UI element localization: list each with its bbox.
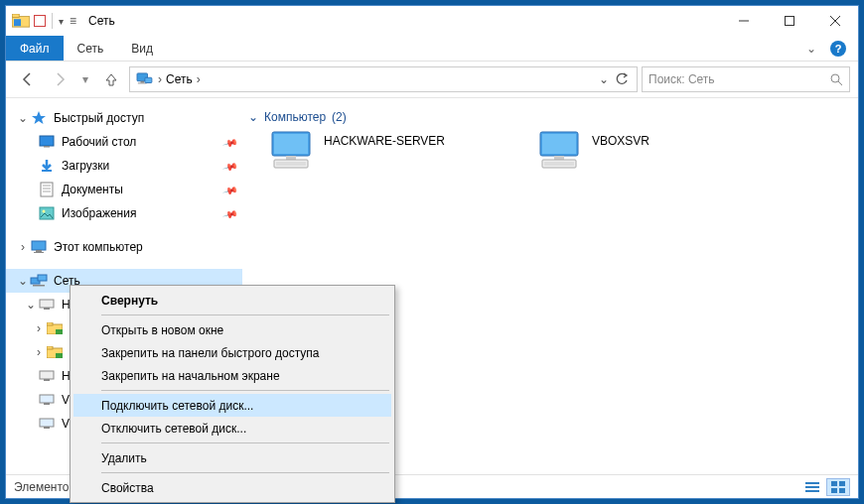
window-controls [721,6,858,36]
tree-this-pc[interactable]: Этот компьютер [6,235,242,259]
tree-documents[interactable]: Документы 📌 [6,178,242,201]
svg-rect-44 [286,156,296,160]
chevron-down-icon[interactable] [16,111,30,125]
chevron-right-icon[interactable] [32,345,46,359]
computer-icon [534,130,584,172]
svg-rect-16 [41,183,53,196]
computer-icon [38,416,56,432]
svg-rect-36 [40,371,54,379]
menu-separator [101,390,389,391]
computer-icon [38,368,56,384]
svg-rect-28 [40,300,54,308]
tree-desktop[interactable]: Рабочий стол 📌 [6,130,242,154]
svg-rect-41 [44,427,50,429]
svg-rect-27 [33,285,45,287]
qat: ▾ ≡ [6,13,82,29]
menu-pin-start[interactable]: Закрепить на начальном экране [73,364,391,387]
svg-rect-34 [47,346,53,349]
pin-icon: 📌 [222,158,238,174]
tree-pictures[interactable]: Изображения 📌 [6,201,242,225]
chevron-right-icon[interactable] [16,240,30,254]
maximize-button[interactable] [767,6,812,36]
menu-disconnect-network-drive[interactable]: Отключить сетевой диск... [73,417,391,440]
up-button[interactable] [97,65,125,93]
qat-dropdown-icon[interactable]: ▾ [59,16,64,27]
search-icon [829,72,843,86]
explorer-window: ▾ ≡ Сеть Файл Сеть Вид ⌄ ? ▾ › Сеть [5,5,859,499]
network-computer-item[interactable]: VBOXSVR [534,130,773,172]
address-box[interactable]: › Сеть › ⌄ [129,66,638,92]
folder-icon [46,344,64,360]
item-label: VBOXSVR [592,130,649,148]
network-icon [134,72,154,86]
tree-label: Быстрый доступ [54,111,144,125]
tree-label: Документы [62,183,123,196]
qat-separator [52,13,53,29]
svg-rect-37 [44,379,50,381]
menu-map-network-drive[interactable]: Подключить сетевой диск... [73,394,391,417]
refresh-icon[interactable] [615,72,629,86]
pictures-icon [38,205,56,221]
tree-label: V [62,393,70,407]
svg-rect-29 [44,308,50,310]
menu-pin-quick-access[interactable]: Закрепить на панели быстрого доступа [73,341,391,364]
svg-rect-49 [542,134,576,154]
recent-dropdown[interactable]: ▾ [77,65,93,93]
address-text: Сеть [166,72,193,86]
ribbon-tab-view[interactable]: Вид [117,36,167,61]
back-button[interactable] [14,65,42,93]
computer-icon [30,239,48,255]
chevron-down-icon[interactable] [16,274,30,288]
view-details-button[interactable] [800,478,824,496]
svg-rect-45 [274,160,308,168]
svg-rect-51 [542,160,576,168]
forward-button[interactable] [46,65,73,93]
help-icon[interactable]: ? [830,41,846,57]
tree-label: Этот компьютер [54,240,143,254]
svg-rect-22 [32,241,46,250]
menu-separator [101,472,389,473]
menu-open-new-window[interactable]: Открыть в новом окне [73,318,391,341]
computer-icon [38,392,56,408]
tree-downloads[interactable]: Загрузки 📌 [6,154,242,178]
svg-rect-57 [831,481,837,486]
desktop-icon [38,134,56,150]
star-icon [30,110,48,126]
menu-collapse[interactable]: Свернуть [73,289,391,312]
menu-separator [101,315,389,315]
network-icon [30,273,48,289]
svg-rect-43 [274,134,308,154]
group-count: (2) [332,110,347,124]
svg-rect-56 [805,490,819,492]
svg-rect-8 [141,81,145,83]
window-title: Сеть [88,14,115,28]
svg-rect-26 [38,275,47,281]
chevron-right-icon[interactable] [32,321,46,335]
search-box[interactable]: Поиск: Сеть [642,66,850,92]
network-computer-item[interactable]: HACKWARE-SERVER [266,130,504,172]
ribbon-tab-network[interactable]: Сеть [64,36,118,61]
documents-icon [38,182,56,197]
view-large-icons-button[interactable] [826,478,850,496]
menu-properties[interactable]: Свойства [73,476,391,499]
tree-quick-access[interactable]: Быстрый доступ [6,106,242,130]
svg-point-11 [831,74,839,82]
computer-icon [266,130,316,172]
svg-rect-2 [14,19,21,26]
tree-label: Рабочий стол [62,135,136,149]
qat-item-icon[interactable] [34,15,46,27]
ribbon-tab-file[interactable]: Файл [6,36,64,61]
explorer-icon [12,14,30,28]
menu-delete[interactable]: Удалить [73,446,391,469]
ribbon: Файл Сеть Вид ⌄ ? [6,36,858,62]
group-header[interactable]: ⌄ Компьютер (2) [248,110,852,124]
search-placeholder: Поиск: Сеть [648,72,829,86]
overflow-icon[interactable]: ≡ [70,14,76,28]
svg-rect-39 [44,403,50,405]
minimize-button[interactable] [721,6,767,36]
close-button[interactable] [812,6,858,36]
item-label: HACKWARE-SERVER [324,130,445,148]
address-dropdown-icon[interactable]: ⌄ [599,72,609,86]
ribbon-expand-icon[interactable]: ⌄ [806,42,816,56]
chevron-down-icon[interactable] [24,298,38,312]
